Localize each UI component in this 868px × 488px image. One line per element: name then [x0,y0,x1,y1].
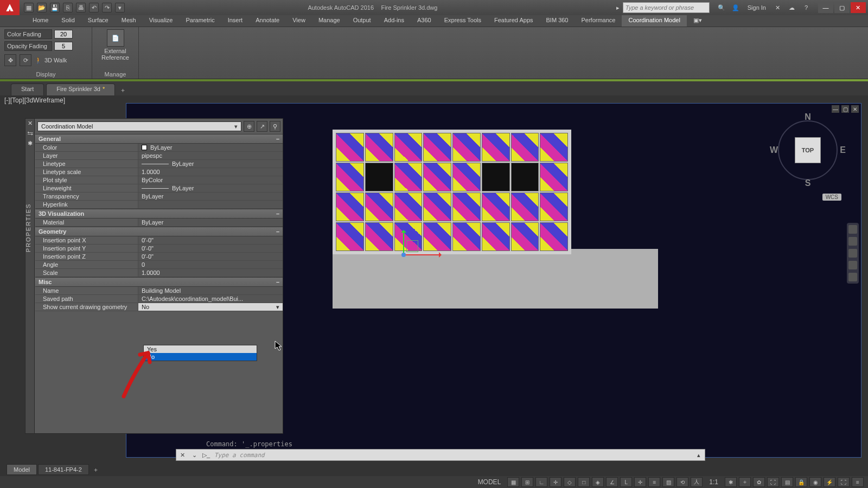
coordination-model-geometry[interactable] [333,130,593,303]
external-reference-button[interactable]: 📄 External Reference [97,29,135,61]
status-units-icon[interactable]: ⛶ [767,477,779,487]
nav-orbit-icon[interactable] [848,261,857,269]
tab-manage[interactable]: Manage [312,15,347,27]
command-history-icon[interactable]: ▴ [693,452,705,459]
tab-home[interactable]: Home [26,15,55,27]
value-ipy[interactable]: 0'-0" [138,245,283,252]
save-icon[interactable]: 💾 [50,3,60,12]
status-snap-icon[interactable]: ⊞ [521,477,533,487]
infocenter-search-input[interactable] [623,2,710,13]
status-polar-icon[interactable]: ✛ [550,477,561,487]
qat-more-icon[interactable]: ▾ [115,3,125,12]
status-dyn-input-icon[interactable]: ✛ [634,477,646,487]
status-hardware-accel-icon[interactable]: ⚡ [824,477,835,487]
value-ipz[interactable]: 0'-0" [138,253,283,260]
nav-showmotion-icon[interactable] [848,273,857,281]
command-close-icon[interactable]: ✕ [176,452,188,459]
collapse-icon[interactable]: – [276,210,279,217]
tab-addins[interactable]: Add-ins [378,15,411,27]
status-lockui-icon[interactable]: 🔒 [795,477,807,487]
section-3d-visualization[interactable]: 3D Visualization– [35,209,283,219]
tab-performance[interactable]: Performance [575,15,622,27]
help-icon[interactable]: ? [801,2,812,13]
status-3dosnap-icon[interactable]: ◈ [592,477,604,487]
redo-icon[interactable]: ↷ [102,3,112,12]
value-color[interactable]: ByLayer [138,144,283,151]
stay-connected-icon[interactable]: ☁ [787,2,797,13]
quick-select-icon[interactable]: ⚲ [270,121,280,132]
tab-express-tools[interactable]: Express Tools [438,15,488,27]
toggle-pickadd-icon[interactable]: ⊕ [244,121,254,132]
status-otrack-icon[interactable]: ∠ [606,477,618,487]
tab-view[interactable]: View [286,15,312,27]
status-lineweight-icon[interactable]: ≡ [648,477,660,487]
status-dyn-ucs-icon[interactable]: L [620,477,632,487]
collapse-icon[interactable]: – [276,279,279,285]
tab-annotate[interactable]: Annotate [249,15,286,27]
collapse-icon[interactable]: – [276,228,279,235]
value-linetype[interactable]: ByLayer [138,160,283,168]
minimize-button[interactable]: — [818,2,833,13]
status-osnap-icon[interactable]: □ [578,477,590,487]
nav-wheel-icon[interactable] [848,225,857,234]
section-misc[interactable]: Misc– [35,277,283,287]
value-hyperlink[interactable] [138,201,283,208]
collapse-icon[interactable]: – [276,136,279,142]
layout-tab-sheet[interactable]: 11-841-FP4-2 [38,464,89,475]
value-angle[interactable]: 0 [138,261,283,268]
viewcube[interactable]: N S E W TOP [770,112,846,188]
ucs-origin-grip[interactable] [401,253,406,257]
vp-maximize-button[interactable]: ▢ [841,105,849,113]
tab-featured-apps[interactable]: Featured Apps [488,15,540,27]
status-isolate-icon[interactable]: ◉ [809,477,821,487]
object-type-select[interactable]: Coordination Model [37,121,241,131]
pan-icon[interactable]: ✥ [4,54,16,66]
close-button[interactable]: ✕ [851,2,866,13]
value-ipx[interactable]: 0'-0" [138,236,283,244]
value-layer[interactable]: pipespc [138,152,283,159]
status-quickprops-icon[interactable]: ▤ [781,477,793,487]
doc-tab-file[interactable]: Fire Sprinkler 3d* [46,84,115,95]
status-isodraft-icon[interactable]: ◇ [564,477,576,487]
status-gear-icon[interactable]: ✱ [725,477,737,487]
tab-surface[interactable]: Surface [81,15,115,27]
show-geometry-dropdown[interactable]: Yes No [143,345,257,361]
command-customize-icon[interactable]: ⌄ [188,452,200,459]
tab-visualize[interactable]: Visualize [143,15,180,27]
saveas-icon[interactable]: ⎘ [63,3,73,12]
tab-solid[interactable]: Solid [55,15,81,27]
exchange-apps-icon[interactable]: ✕ [773,2,783,13]
vp-minimize-button[interactable]: — [832,105,839,113]
plot-icon[interactable]: 🖶 [76,3,86,12]
tab-output[interactable]: Output [347,15,378,27]
nav-zoom-icon[interactable] [848,249,857,258]
maximize-button[interactable]: ▢ [834,2,850,13]
value-saved-path[interactable]: C:\Autodesk\coordination_model\Bui... [138,295,283,303]
select-objects-icon[interactable]: ↗ [257,121,267,132]
dropdown-option-yes[interactable]: Yes [144,345,257,353]
dropdown-option-no[interactable]: No [144,353,257,361]
value-show-geometry-select[interactable]: No [138,303,283,311]
tab-a360[interactable]: A360 [411,15,438,27]
search-go-icon[interactable]: 🔍 [716,2,727,13]
value-transparency[interactable]: ByLayer [138,192,283,200]
orbit-icon[interactable]: ⟳ [20,54,31,66]
layout-tab-model[interactable]: Model [7,464,37,475]
color-fading-input[interactable]: 20 [54,30,73,38]
status-grid-icon[interactable]: ▦ [507,477,519,487]
viewcube-north[interactable]: N [805,112,811,122]
search-caret-icon[interactable]: ▸ [616,4,620,11]
tab-bim360[interactable]: BIM 360 [540,15,575,27]
value-scale[interactable]: 1.0000 [138,269,283,277]
add-doc-tab-button[interactable]: ＋ [117,85,128,95]
opacity-fading-input[interactable]: 5 [54,42,73,50]
new-icon[interactable]: ▦ [24,3,34,12]
add-layout-button[interactable]: ＋ [90,466,102,474]
viewcube-south[interactable]: S [805,178,811,188]
value-name[interactable]: Building Model [138,287,283,294]
status-cleanscreen-icon[interactable]: ⛶ [838,477,850,487]
palette-close-button[interactable]: ✕ [25,120,34,127]
status-transparency-icon[interactable]: ▨ [662,477,674,487]
status-annotation-scale-value[interactable]: 1:1 [705,478,723,486]
value-material[interactable]: ByLayer [138,219,283,226]
